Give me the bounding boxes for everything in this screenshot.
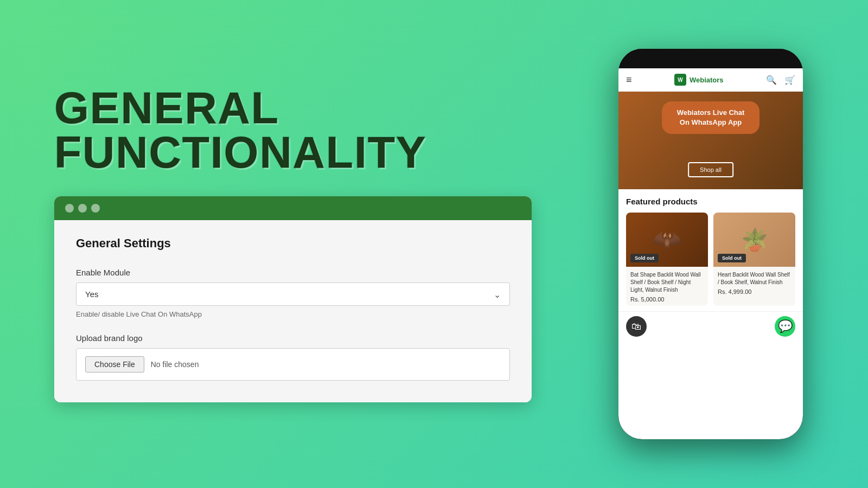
bat-icon: 🦇 bbox=[652, 226, 682, 254]
sold-out-badge-heart: Sold out bbox=[718, 254, 746, 262]
left-section: GENERAL FUNCTIONALITY General Settings E… bbox=[54, 86, 608, 402]
shopify-fab[interactable]: 🛍 bbox=[626, 316, 647, 337]
upload-area: Choose File No file chosen bbox=[76, 348, 510, 381]
headline-line1: GENERAL bbox=[54, 83, 279, 132]
featured-section: Featured products 🦇 Sold out Bat Shape B… bbox=[618, 189, 803, 311]
product-price-bat: Rs. 5,000.00 bbox=[630, 296, 704, 303]
upload-logo-group: Upload brand logo Choose File No file ch… bbox=[76, 333, 510, 381]
phone-mockup: ≡ W Webiators 🔍 🛒 Webiators Live Chat On… bbox=[618, 49, 803, 439]
no-file-text: No file chosen bbox=[151, 360, 199, 369]
browser-dot-2 bbox=[78, 204, 87, 213]
sold-out-badge-bat: Sold out bbox=[630, 254, 659, 262]
product-price-heart: Rs. 4,999.00 bbox=[718, 288, 791, 295]
phone-nav: ≡ W Webiators 🔍 🛒 bbox=[618, 68, 803, 92]
hero-bubble: Webiators Live Chat On WhatsApp App bbox=[662, 101, 760, 134]
enable-module-label: Enable Module bbox=[76, 268, 510, 277]
featured-title: Featured products bbox=[626, 197, 795, 206]
enable-hint: Enable/ disable Live Chat On WhatsApp bbox=[76, 310, 510, 318]
brand-name: Webiators bbox=[690, 76, 724, 84]
right-section: ≡ W Webiators 🔍 🛒 Webiators Live Chat On… bbox=[608, 49, 814, 439]
product-image-heart: 🪴 Sold out bbox=[713, 213, 795, 267]
phone-bottom-bar: 🛍 💬 bbox=[618, 311, 803, 341]
headline: GENERAL FUNCTIONALITY bbox=[54, 86, 586, 175]
browser-dot-1 bbox=[65, 204, 74, 213]
phone-nav-icons: 🔍 🛒 bbox=[766, 75, 795, 85]
browser-card: General Settings Enable Module Yes No ⌄ … bbox=[54, 196, 532, 402]
phone-notch bbox=[681, 53, 741, 65]
headline-line2: FUNCTIONALITY bbox=[54, 127, 426, 177]
product-info-bat: Bat Shape Backlit Wood Wall Shelf / Book… bbox=[626, 267, 708, 306]
outer-card: GENERAL FUNCTIONALITY General Settings E… bbox=[22, 16, 846, 472]
upload-logo-label: Upload brand logo bbox=[76, 333, 510, 343]
browser-content: General Settings Enable Module Yes No ⌄ … bbox=[54, 220, 532, 402]
cart-icon[interactable]: 🛒 bbox=[784, 75, 795, 85]
heart-shelf-icon: 🪴 bbox=[741, 227, 768, 253]
whatsapp-fab[interactable]: 💬 bbox=[775, 316, 795, 337]
product-card-heart[interactable]: 🪴 Sold out Heart Backlit Wood Wall Shelf… bbox=[713, 213, 795, 306]
browser-dot-3 bbox=[91, 204, 100, 213]
product-name-heart: Heart Backlit Wood Wall Shelf / Book She… bbox=[718, 271, 791, 286]
phone-nav-logo: W Webiators bbox=[674, 74, 724, 86]
shop-all-button[interactable]: Shop all bbox=[688, 162, 733, 177]
settings-title: General Settings bbox=[76, 236, 510, 251]
product-image-bat: 🦇 Sold out bbox=[626, 213, 708, 267]
product-name-bat: Bat Shape Backlit Wood Wall Shelf / Book… bbox=[630, 271, 704, 294]
product-grid: 🦇 Sold out Bat Shape Backlit Wood Wall S… bbox=[626, 213, 795, 306]
enable-module-select[interactable]: Yes No bbox=[76, 283, 509, 305]
phone-notch-area bbox=[618, 49, 803, 68]
phone-hero: Webiators Live Chat On WhatsApp App Shop… bbox=[618, 92, 803, 189]
product-info-heart: Heart Backlit Wood Wall Shelf / Book She… bbox=[713, 267, 795, 298]
search-icon[interactable]: 🔍 bbox=[766, 75, 777, 85]
choose-file-button[interactable]: Choose File bbox=[85, 356, 144, 373]
browser-titlebar bbox=[54, 196, 532, 220]
product-card-bat[interactable]: 🦇 Sold out Bat Shape Backlit Wood Wall S… bbox=[626, 213, 708, 306]
enable-module-select-wrapper[interactable]: Yes No ⌄ bbox=[76, 282, 510, 306]
phone-screen: ≡ W Webiators 🔍 🛒 Webiators Live Chat On… bbox=[618, 68, 803, 439]
enable-module-group: Enable Module Yes No ⌄ Enable/ disable L… bbox=[76, 268, 510, 318]
hamburger-icon[interactable]: ≡ bbox=[626, 74, 632, 86]
brand-logo-icon: W bbox=[674, 74, 686, 86]
